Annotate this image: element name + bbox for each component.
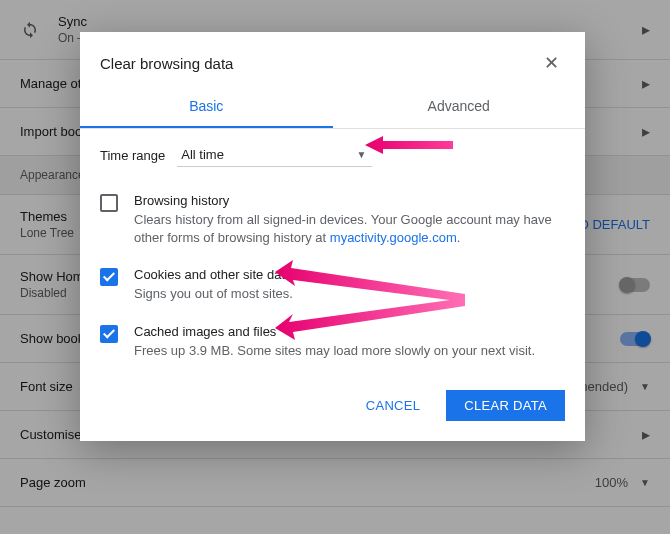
tab-advanced[interactable]: Advanced <box>333 86 586 128</box>
browsing-history-option[interactable]: Browsing history Clears history from all… <box>100 183 565 257</box>
clear-data-button[interactable]: CLEAR DATA <box>446 390 565 421</box>
time-range-value: All time <box>181 147 224 162</box>
cookies-option[interactable]: Cookies and other site data Signs you ou… <box>100 257 565 313</box>
opt2-title: Cookies and other site data <box>134 267 293 282</box>
dialog-title: Clear browsing data <box>100 55 233 72</box>
tabs: Basic Advanced <box>80 86 585 129</box>
cancel-button[interactable]: CANCEL <box>348 390 439 421</box>
tab-basic[interactable]: Basic <box>80 86 333 128</box>
browsing-history-checkbox[interactable] <box>100 194 118 212</box>
cache-option[interactable]: Cached images and files Frees up 3.9 MB.… <box>100 314 565 370</box>
cookies-checkbox[interactable] <box>100 268 118 286</box>
cache-checkbox[interactable] <box>100 325 118 343</box>
myactivity-link[interactable]: myactivity.google.com <box>330 230 457 245</box>
close-icon[interactable]: ✕ <box>538 48 565 78</box>
opt2-desc: Signs you out of most sites. <box>134 285 293 303</box>
opt3-title: Cached images and files <box>134 324 535 339</box>
clear-browsing-data-dialog: Clear browsing data ✕ Basic Advanced Tim… <box>80 32 585 441</box>
chevron-down-icon: ▼ <box>356 149 366 160</box>
time-range-label: Time range <box>100 148 165 163</box>
opt1-desc: Clears history from all signed-in device… <box>134 211 565 247</box>
opt1-title: Browsing history <box>134 193 565 208</box>
opt3-desc: Frees up 3.9 MB. Some sites may load mor… <box>134 342 535 360</box>
time-range-select[interactable]: All time ▼ <box>177 143 372 167</box>
